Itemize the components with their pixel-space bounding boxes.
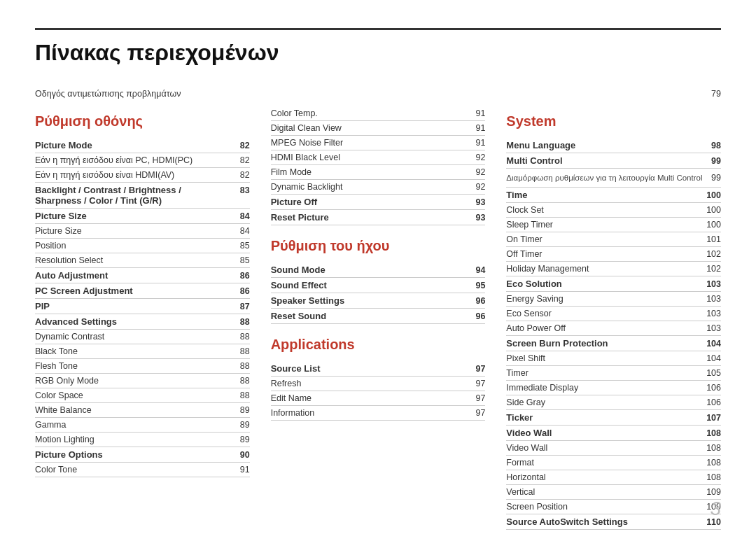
row-label: Gamma	[35, 420, 232, 430]
page-num: 89	[232, 405, 250, 415]
table-row: Sleep Timer100	[506, 218, 721, 232]
row-label: Menu Language	[506, 140, 704, 150]
row-label: Source List	[271, 363, 468, 374]
table-row: Horizontal108	[506, 470, 721, 485]
table-row: Eco Solution103	[506, 276, 721, 292]
row-label: Picture Off	[271, 197, 468, 207]
page-num: 96	[468, 296, 485, 306]
table-row: Picture Size84	[35, 224, 250, 239]
table-row: Eco Sensor103	[506, 307, 721, 321]
page-num: 103	[704, 279, 721, 289]
top-entry-label: Οδηγός αντιμετώπισης προβλημάτων	[35, 89, 181, 99]
page-num: 94	[468, 265, 485, 275]
table-row: Pixel Shift104	[506, 351, 721, 366]
page-num: 104	[704, 339, 721, 349]
table-row: Screen Burn Protection104	[506, 336, 721, 351]
page-num: 91	[468, 108, 485, 118]
table-row: Information97	[271, 406, 486, 421]
page-num: 106	[704, 383, 721, 393]
table-row: Side Gray106	[506, 395, 721, 410]
page-num: 88	[232, 391, 250, 400]
row-label: Sleep Timer	[506, 220, 704, 230]
row-label: Horizontal	[506, 472, 704, 482]
table-row: Time100	[506, 188, 721, 203]
row-label: Off Timer	[506, 249, 704, 259]
col3-rows: Menu Language98Multi Control99Διαμόρφωση…	[506, 138, 721, 530]
page-num: 107	[704, 413, 721, 423]
page-num: 88	[232, 332, 250, 342]
table-row: Off Timer102	[506, 247, 721, 262]
row-label: Resolution Select	[35, 255, 232, 265]
table-row: Source AutoSwitch Settings110	[506, 514, 721, 530]
table-row: HDMI Black Level92	[271, 150, 486, 165]
page-num: 105	[704, 368, 721, 378]
page-num: 82	[232, 141, 250, 150]
row-label: Black Tone	[35, 346, 232, 356]
page-num: 93	[468, 197, 485, 207]
table-row: Picture Mode82	[35, 138, 250, 153]
row-label: Energy Saving	[506, 294, 704, 304]
table-row: PC Screen Adjustment86	[35, 283, 250, 299]
table-row: Sound Mode94	[271, 262, 486, 278]
table-row: Holiday Management102	[506, 262, 721, 276]
table-row: Format108	[506, 456, 721, 470]
table-row: Reset Sound96	[271, 309, 486, 324]
row-label: Auto Power Off	[506, 323, 704, 333]
table-row: Source List97	[271, 361, 486, 377]
row-label: Video Wall	[506, 428, 704, 438]
page-num: 91	[468, 123, 485, 133]
table-row: Reset Picture93	[271, 210, 486, 225]
row-label: Picture Mode	[35, 140, 232, 150]
page-num: 88	[232, 317, 250, 327]
row-label: Information	[271, 408, 468, 418]
table-row: Picture Size84	[35, 209, 250, 224]
table-row: Picture Options90	[35, 447, 250, 463]
main-layout: Ρύθμιση οθόνης Picture Mode82Εάν η πηγή …	[35, 106, 721, 530]
page-num: 108	[704, 472, 721, 482]
page-num: 100	[704, 190, 721, 200]
row-label: Εάν η πηγή εισόδου είναι PC, HDMI(PC)	[35, 155, 232, 165]
page-num: 82	[232, 170, 250, 180]
row-label: On Timer	[506, 234, 704, 244]
table-row: Dynamic Backlight92	[271, 180, 486, 195]
page-num: 98	[704, 141, 721, 150]
table-row: Flesh Tone88	[35, 359, 250, 374]
row-label: Color Temp.	[271, 108, 468, 118]
row-label: Video Wall	[506, 443, 704, 453]
table-row: Color Temp.91	[271, 106, 486, 121]
table-row: Color Tone91	[35, 463, 250, 477]
page-num: 92	[468, 153, 485, 162]
col3: System Menu Language98Multi Control99Δια…	[506, 106, 721, 530]
page-num: 99	[704, 173, 721, 183]
row-label: RGB Only Mode	[35, 376, 232, 386]
col2-section2-title: Ρύθμιση του ήχου	[271, 238, 486, 254]
row-label: Eco Solution	[506, 279, 704, 289]
page-num: 104	[704, 353, 721, 363]
row-label: Advanced Settings	[35, 316, 232, 327]
table-row: Resolution Select85	[35, 253, 250, 268]
row-label: Color Tone	[35, 465, 232, 475]
table-row: Video Wall108	[506, 426, 721, 441]
page-num: 108	[704, 443, 721, 453]
page-num: 106	[704, 398, 721, 407]
row-label: HDMI Black Level	[271, 153, 468, 162]
page-num: 99	[704, 156, 721, 166]
table-row: Διαμόρφωση ρυθμίσεων για τη λειτουργία M…	[506, 169, 721, 188]
top-entry-row: Οδηγός αντιμετώπισης προβλημάτων 79	[35, 87, 721, 101]
row-label: Position	[35, 241, 232, 251]
row-label: Picture Options	[35, 449, 232, 460]
row-label: Motion Lighting	[35, 435, 232, 444]
page-num: 92	[468, 167, 485, 177]
table-row: Immediate Display106	[506, 381, 721, 395]
page-num: 109	[704, 487, 721, 497]
col2-rows-top: Color Temp.91Digital Clean View91MPEG No…	[271, 106, 486, 195]
row-label: Timer	[506, 368, 704, 378]
page-num: 82	[232, 155, 250, 165]
row-label: Screen Burn Protection	[506, 338, 704, 349]
page-num: 102	[704, 264, 721, 274]
row-label: Clock Set	[506, 205, 704, 215]
col2: Color Temp.91Digital Clean View91MPEG No…	[271, 106, 507, 530]
table-row: Menu Language98	[506, 138, 721, 153]
row-label: PIP	[35, 301, 232, 311]
table-row: Speaker Settings96	[271, 293, 486, 309]
